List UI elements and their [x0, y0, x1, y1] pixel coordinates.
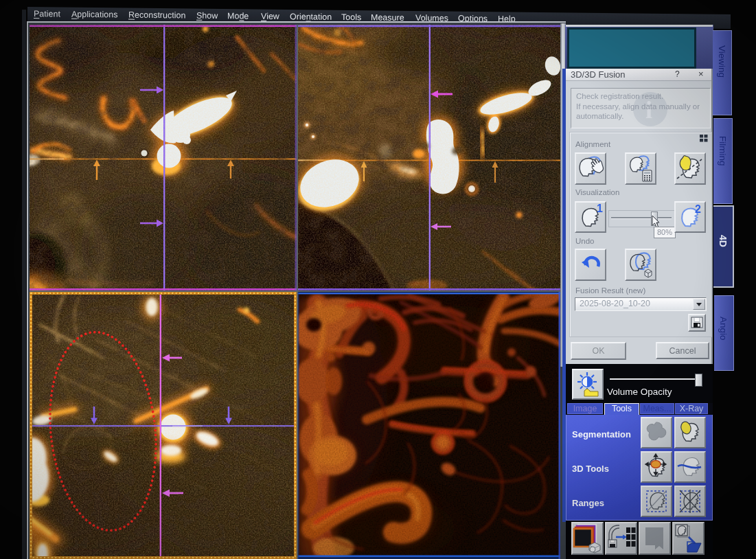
svg-text:1: 1 — [597, 203, 603, 214]
svg-text:2: 2 — [695, 203, 701, 215]
